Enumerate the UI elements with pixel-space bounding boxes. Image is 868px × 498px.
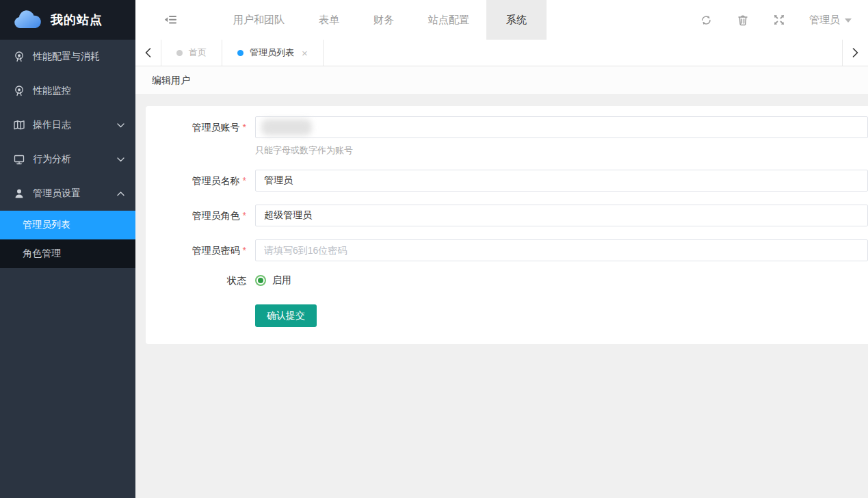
required-mark: *: [243, 175, 246, 186]
account-input[interactable]: [255, 116, 868, 138]
trash-icon[interactable]: [737, 14, 748, 26]
radio-label: 启用: [272, 274, 291, 287]
tabs-scroll-left-icon[interactable]: [135, 40, 161, 66]
form-row-name: 管理员名称*: [146, 170, 868, 192]
field-label: 管理员角色*: [146, 205, 255, 226]
submit-button[interactable]: 确认提交: [255, 304, 317, 327]
form-row-role: 管理员角色*: [146, 205, 868, 226]
sidebar-menu: 性能配置与消耗 性能监控: [0, 40, 135, 268]
sidebar-submenu: 管理员列表 角色管理: [0, 211, 135, 268]
nav-item-users-teams[interactable]: 用户和团队: [216, 0, 302, 40]
form-row-submit: 确认提交: [146, 304, 868, 327]
password-input[interactable]: [255, 239, 868, 261]
tabs-scroll-right-icon[interactable]: [842, 40, 868, 66]
tab-dot: [237, 50, 244, 56]
tab-label: 管理员列表: [250, 47, 294, 59]
sidebar: 我的站点 性能配置与消耗: [0, 0, 135, 498]
page-header: 编辑用户: [135, 66, 868, 95]
nav-item-site-config[interactable]: 站点配置: [411, 0, 486, 40]
form-row-password: 管理员密码*: [146, 239, 868, 261]
top-navbar: 用户和团队 表单 财务 站点配置 系统: [135, 0, 868, 40]
nav-item-label: 站点配置: [428, 14, 469, 27]
required-mark: *: [243, 122, 246, 133]
nav-item-label: 财务: [373, 14, 394, 27]
beacon-icon: [13, 51, 25, 63]
sidebar-collapse-icon[interactable]: [164, 13, 178, 27]
content-area: 管理员账号* 只能字母或数字作为账号 管理员名称*: [135, 95, 868, 498]
sidebar-item-label: 性能监控: [33, 85, 124, 97]
cloud-logo-icon: [12, 9, 42, 31]
field-label: 管理员名称*: [146, 170, 255, 192]
site-title: 我的站点: [51, 12, 103, 28]
nav-item-label: 用户和团队: [233, 14, 285, 27]
submenu-item-label: 管理员列表: [23, 219, 70, 231]
tabbar: 首页 管理员列表 ×: [135, 40, 868, 66]
form-row-account: 管理员账号* 只能字母或数字作为账号: [146, 116, 868, 157]
status-radio-enabled[interactable]: 启用: [255, 274, 868, 287]
monitor-icon: [13, 153, 25, 166]
sidebar-item-performance-monitor[interactable]: 性能监控: [0, 74, 135, 108]
sidebar-item-operation-log[interactable]: 操作日志: [0, 108, 135, 142]
required-mark: *: [243, 210, 246, 221]
expand-icon[interactable]: [773, 14, 785, 26]
user-icon: [13, 187, 25, 200]
sidebar-subitem-role-management[interactable]: 角色管理: [0, 239, 135, 268]
close-icon[interactable]: ×: [302, 48, 308, 58]
caret-down-icon: [845, 18, 852, 23]
role-input[interactable]: [255, 205, 868, 226]
user-dropdown[interactable]: 管理员: [809, 14, 852, 27]
field-label: 管理员密码*: [146, 239, 255, 261]
sidebar-item-label: 管理员设置: [33, 187, 116, 200]
field-label: 管理员账号*: [146, 116, 255, 138]
account-helper-text: 只能字母或数字作为账号: [255, 144, 868, 157]
name-input[interactable]: [255, 170, 868, 192]
tab-home[interactable]: 首页: [161, 40, 222, 66]
logo[interactable]: 我的站点: [0, 0, 135, 40]
tab-label: 首页: [189, 47, 207, 59]
required-mark: *: [243, 245, 246, 256]
sidebar-item-label: 操作日志: [33, 119, 116, 131]
refresh-icon[interactable]: [700, 14, 712, 26]
nav-item-finance[interactable]: 财务: [356, 0, 411, 40]
sidebar-item-performance-config[interactable]: 性能配置与消耗: [0, 40, 135, 74]
navbar-actions: 管理员: [700, 14, 868, 27]
field-label: 状态: [146, 274, 255, 287]
sidebar-item-label: 行为分析: [33, 153, 116, 166]
page-title: 编辑用户: [152, 75, 190, 87]
sidebar-item-admin-settings[interactable]: 管理员设置: [0, 176, 135, 211]
submenu-item-label: 角色管理: [23, 248, 61, 260]
book-icon: [13, 119, 25, 131]
top-nav-items: 用户和团队 表单 财务 站点配置 系统: [216, 0, 547, 40]
nav-item-label: 系统: [506, 14, 527, 27]
chevron-down-icon: [116, 121, 124, 129]
app-window: 我的站点 性能配置与消耗: [0, 0, 868, 498]
edit-user-form-card: 管理员账号* 只能字母或数字作为账号 管理员名称*: [146, 106, 868, 344]
sidebar-subitem-admin-list[interactable]: 管理员列表: [0, 211, 135, 239]
nav-item-label: 表单: [319, 14, 339, 27]
main-area: 用户和团队 表单 财务 站点配置 系统: [135, 0, 868, 498]
tab-admin-list[interactable]: 管理员列表 ×: [222, 40, 324, 66]
sidebar-item-behavior-analysis[interactable]: 行为分析: [0, 142, 135, 176]
nav-item-system[interactable]: 系统: [486, 0, 547, 40]
radio-button-icon: [255, 275, 266, 286]
tab-dot: [176, 50, 183, 56]
form-row-status: 状态 启用: [146, 274, 868, 287]
redacted-value-blur: [261, 119, 312, 135]
chevron-up-icon: [116, 189, 124, 198]
sidebar-item-label: 性能配置与消耗: [33, 51, 124, 63]
user-name: 管理员: [809, 14, 840, 27]
chevron-down-icon: [116, 155, 124, 163]
beacon-icon: [13, 85, 25, 97]
nav-item-forms[interactable]: 表单: [302, 0, 356, 40]
